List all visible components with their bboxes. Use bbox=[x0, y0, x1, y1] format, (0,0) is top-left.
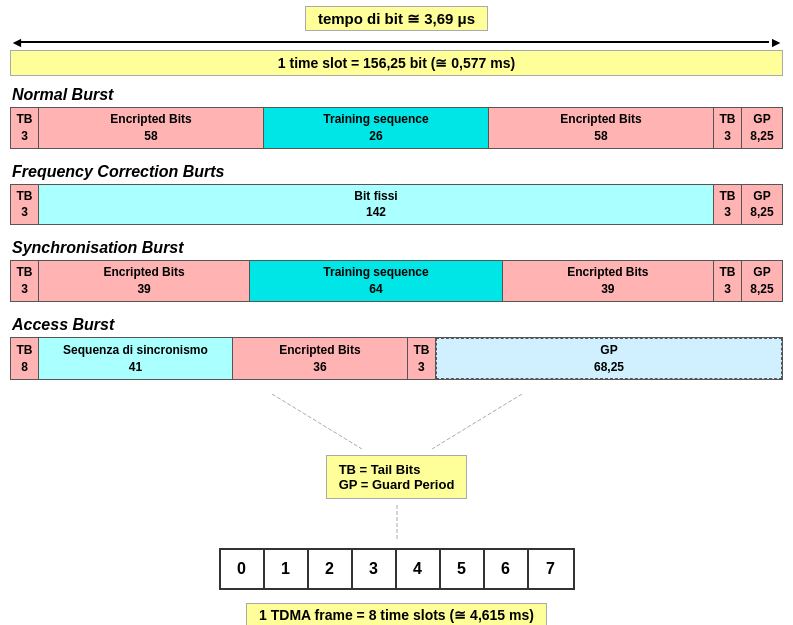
footer-label: 1 TDMA frame = 8 time slots (≅ 4,615 ms) bbox=[246, 606, 547, 624]
nb-enc2: Encripted Bits58 bbox=[489, 108, 714, 148]
slots-row: 0 1 2 3 4 5 6 7 bbox=[219, 548, 575, 590]
ab-gp: GP68,25 bbox=[436, 338, 782, 380]
timeslot-label: 1 time slot = 156,25 bit (≅ 0,577 ms) bbox=[10, 50, 783, 76]
svg-line-1 bbox=[432, 394, 522, 449]
sb-training: Training sequence64 bbox=[250, 261, 503, 301]
legend-box: TB = Tail Bits GP = Guard Period bbox=[326, 455, 468, 499]
fb-tb1: TB3 bbox=[11, 185, 39, 225]
access-burst-title: Access Burst bbox=[12, 316, 783, 334]
connector-svg2 bbox=[297, 505, 497, 540]
nb-enc1: Encripted Bits58 bbox=[39, 108, 264, 148]
ab-seq: Sequenza di sincronismo41 bbox=[39, 338, 233, 380]
slot-3: 3 bbox=[353, 550, 397, 588]
slot-2: 2 bbox=[309, 550, 353, 588]
fb-tb2: TB3 bbox=[714, 185, 742, 225]
ab-enc: Encripted Bits36 bbox=[233, 338, 408, 380]
fb-gp: GP8,25 bbox=[742, 185, 782, 225]
slot-6: 6 bbox=[485, 550, 529, 588]
nb-training: Training sequence26 bbox=[264, 108, 489, 148]
access-burst-row: TB8 Sequenza di sincronismo41 Encripted … bbox=[10, 337, 783, 381]
slot-7: 7 bbox=[529, 550, 573, 588]
sync-burst-title: Synchronisation Burst bbox=[12, 239, 783, 257]
slot-0: 0 bbox=[221, 550, 265, 588]
slot-5: 5 bbox=[441, 550, 485, 588]
nb-gp: GP8,25 bbox=[742, 108, 782, 148]
tempo-label: tempo di bit ≅ 3,69 μs bbox=[305, 10, 488, 28]
normal-burst-title: Normal Burst bbox=[12, 86, 783, 104]
nb-tb1: TB3 bbox=[11, 108, 39, 148]
connector-svg bbox=[222, 394, 572, 449]
slot-4: 4 bbox=[397, 550, 441, 588]
sb-tb1: TB3 bbox=[11, 261, 39, 301]
normal-burst-row: TB3 Encripted Bits58 Training sequence26… bbox=[10, 107, 783, 149]
nb-tb2: TB3 bbox=[714, 108, 742, 148]
slot-1: 1 bbox=[265, 550, 309, 588]
svg-line-0 bbox=[272, 394, 362, 449]
freq-burst-row: TB3 Bit fissi142 TB3 GP8,25 bbox=[10, 184, 783, 226]
sb-gp: GP8,25 bbox=[742, 261, 782, 301]
sb-enc1: Encripted Bits39 bbox=[39, 261, 250, 301]
fb-bit-fissi: Bit fissi142 bbox=[39, 185, 714, 225]
sb-tb2: TB3 bbox=[714, 261, 742, 301]
ab-tb2: TB3 bbox=[408, 338, 436, 380]
freq-burst-title: Frequency Correction Burts bbox=[12, 163, 783, 181]
sb-enc2: Encripted Bits39 bbox=[503, 261, 714, 301]
ab-tb1: TB8 bbox=[11, 338, 39, 380]
sync-burst-row: TB3 Encripted Bits39 Training sequence64… bbox=[10, 260, 783, 302]
